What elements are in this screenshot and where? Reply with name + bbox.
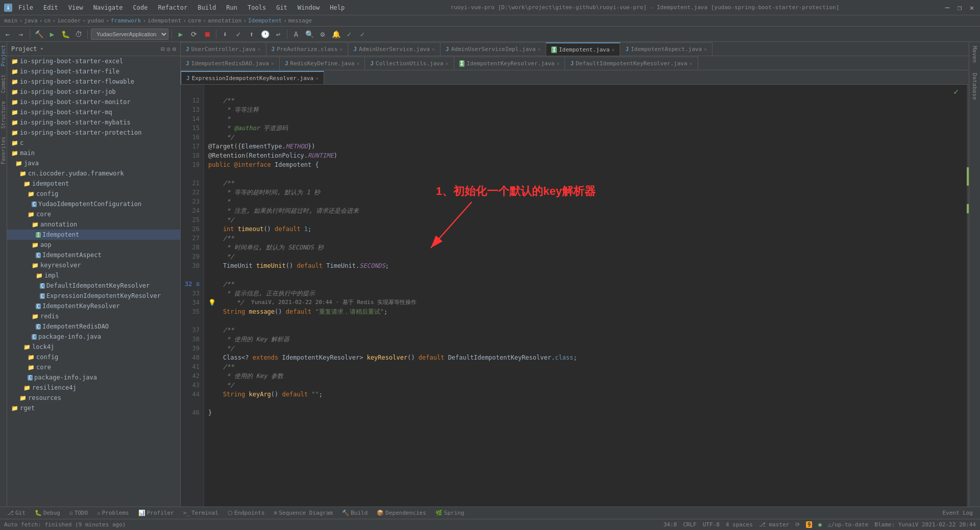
breadcrumb-yudao[interactable]: yudao	[87, 17, 104, 24]
tab-idempotentredisdao[interactable]: J IdempotentRedisDAO.java ✕	[181, 57, 280, 70]
tab-close-preauthorize[interactable]: ✕	[339, 46, 342, 52]
menu-tools[interactable]: Tools	[246, 3, 268, 12]
tab-close-idempotentaspect[interactable]: ✕	[704, 46, 707, 52]
toolbar-git-check2[interactable]: ✓	[357, 29, 368, 40]
tree-item-java[interactable]: 📁java	[7, 158, 180, 168]
tree-item-io-spring-boot-starter-mybatis[interactable]: 📁io-spring-boot-starter-mybatis	[7, 117, 180, 128]
toolbar-reload[interactable]: ⟳	[188, 29, 200, 40]
tree-item-impl[interactable]: 📁impl	[7, 270, 180, 281]
close-button[interactable]: ✕	[968, 4, 976, 12]
maximize-button[interactable]: ❐	[955, 4, 964, 12]
tree-item-idempotent[interactable]: 📁idempotent	[7, 179, 180, 189]
tab-expressionresolver[interactable]: J ExpressionIdempotentKeyResolver.java ✕	[181, 71, 324, 84]
breadcrumb-cn[interactable]: cn	[44, 17, 51, 24]
menu-build[interactable]: Build	[195, 3, 218, 12]
tab-idempotent[interactable]: I Idempotent.java ✕	[546, 42, 620, 56]
toolbar-settings[interactable]: ⚙	[317, 29, 328, 40]
status-linesep[interactable]: CRLF	[683, 521, 697, 528]
tab-defaultresolver[interactable]: J DefaultIdempotentKeyResolver.java ✕	[565, 57, 698, 70]
bottom-tab-spring[interactable]: 🌿 Spring	[431, 508, 469, 519]
tree-item-expressionidempotentkeyresolver[interactable]: CExpressionIdempotentKeyResolver	[7, 291, 180, 301]
toolbar-run2[interactable]: ▶	[175, 29, 186, 40]
tab-close-adminuserservice[interactable]: ✕	[432, 46, 435, 52]
breadcrumb-iocoder[interactable]: iocoder	[57, 17, 81, 24]
menu-navigate[interactable]: Navigate	[91, 3, 125, 12]
menu-git[interactable]: Git	[274, 3, 289, 12]
tab-close-defaultresolver[interactable]: ✕	[690, 61, 693, 66]
breadcrumb-idempotent-class[interactable]: Idempotent	[248, 17, 282, 24]
tab-rediskeydefine[interactable]: J RedisKeyDefine.java ✕	[280, 57, 365, 70]
tree-item-redis[interactable]: 📁redis	[7, 311, 180, 321]
tree-item-resilience4j[interactable]: 📁resilience4j	[7, 383, 180, 393]
breadcrumb-idempotent[interactable]: idempotent	[148, 17, 181, 24]
status-indent[interactable]: 4 spaces	[726, 521, 753, 528]
toolbar-debug[interactable]: 🐛	[60, 29, 71, 40]
tree-item-io-spring-boot-starter-excel[interactable]: 📁io-spring-boot-starter-excel	[7, 56, 180, 66]
panel-tab-project[interactable]: Project	[0, 43, 7, 68]
toolbar-git-push[interactable]: ⬆	[246, 29, 257, 40]
tab-close-collectionutils[interactable]: ✕	[446, 61, 449, 66]
tree-item-package-info.java[interactable]: Cpackage-info.java	[7, 372, 180, 383]
tree-item-resources[interactable]: 📁resources	[7, 393, 180, 403]
tree-item-io-spring-boot-starter-mq[interactable]: 📁io-spring-boot-starter-mq	[7, 107, 180, 117]
tab-close-expressionresolver[interactable]: ✕	[315, 75, 318, 81]
tree-item-c[interactable]: 📁c	[7, 138, 180, 148]
bottom-tab-todo[interactable]: ☑ TODO	[65, 508, 92, 519]
project-collapse-all[interactable]: ⊟	[161, 45, 164, 53]
status-sync[interactable]: ⟳	[795, 521, 800, 528]
tree-item-config[interactable]: 📁config	[7, 189, 180, 199]
tab-usercontroller[interactable]: J UserController.java ✕	[181, 42, 266, 56]
menu-file[interactable]: File	[16, 3, 35, 12]
bottom-tab-eventlog[interactable]: Event Log	[938, 508, 977, 519]
tree-item-io-spring-boot-starter-flowable[interactable]: 📁io-spring-boot-starter-flowable	[7, 77, 180, 87]
tab-close-rediskeydefine[interactable]: ✕	[356, 61, 359, 66]
tree-item-io-spring-boot-starter-file[interactable]: 📁io-spring-boot-starter-file	[7, 66, 180, 77]
tree-item-io-spring-boot-starter-protection[interactable]: 📁io-spring-boot-starter-protection	[7, 128, 180, 138]
tab-adminuserservice[interactable]: J AdminUserService.java ✕	[348, 42, 440, 56]
panel-tab-commit[interactable]: Commit	[0, 72, 7, 95]
tree-item-idempotentkeyresolver[interactable]: CIdempotentKeyResolver	[7, 301, 180, 311]
toolbar-stop[interactable]: ⏹	[202, 29, 213, 40]
panel-tab-database[interactable]: Database	[970, 70, 979, 103]
menu-edit[interactable]: Edit	[41, 3, 60, 12]
tab-close-idempotentresolver[interactable]: ✕	[556, 61, 559, 66]
breadcrumb-java[interactable]: java	[24, 17, 38, 24]
status-ok[interactable]: ●	[818, 521, 822, 528]
window-controls[interactable]: ─ ❐ ✕	[943, 4, 976, 12]
tab-idempotentaspect[interactable]: J IdempotentAspect.java ✕	[620, 42, 713, 56]
toolbar-translate[interactable]: A	[290, 29, 302, 40]
tab-close-adminuserserviceimpl[interactable]: ✕	[537, 46, 541, 52]
bottom-tab-debug[interactable]: 🐛 Debug	[31, 508, 64, 519]
breadcrumb-main[interactable]: main	[4, 17, 18, 24]
tree-item-idempotentaspect[interactable]: CIdempotentAspect	[7, 250, 180, 260]
status-encoding[interactable]: UTF-8	[703, 521, 720, 528]
tree-item-aop[interactable]: 📁aop	[7, 240, 180, 250]
toolbar-run[interactable]: ▶	[46, 29, 58, 40]
menu-run[interactable]: Run	[224, 3, 239, 12]
tree-item-keyresolver[interactable]: 📁keyresolver	[7, 260, 180, 270]
panel-tab-favorites[interactable]: Favorites	[0, 135, 7, 166]
tree-item-package-info.java[interactable]: Cpackage-info.java	[7, 332, 180, 342]
panel-tab-maven[interactable]: Maven	[970, 43, 979, 66]
tree-item-config[interactable]: 📁config	[7, 352, 180, 362]
toolbar-back[interactable]: ←	[2, 29, 13, 40]
tree-item-core[interactable]: 📁core	[7, 362, 180, 372]
bottom-tab-problems[interactable]: ⚠ Problems	[93, 508, 133, 519]
breadcrumb-core[interactable]: core	[188, 17, 202, 24]
toolbar-build[interactable]: 🔨	[33, 29, 44, 40]
code-editor[interactable]: 12 13 14 15 16 17 18 19 21 22 23 24 25 2…	[181, 85, 969, 507]
tab-close-idempotent[interactable]: ✕	[611, 47, 615, 53]
bottom-tab-build[interactable]: 🔨 Build	[338, 508, 372, 519]
code-content[interactable]: /** * 等等注释 * * @author 芋道源码 */ @Target({…	[204, 85, 967, 507]
toolbar-git-update[interactable]: ⬇	[219, 29, 231, 40]
menu-bar[interactable]: File Edit View Navigate Code Refactor Bu…	[16, 3, 347, 12]
tree-item-idempotent[interactable]: IIdempotent	[7, 230, 180, 240]
tree-item-annotation[interactable]: 📁annotation	[7, 219, 180, 230]
status-position[interactable]: 34:8	[664, 521, 677, 528]
breadcrumb-message[interactable]: message	[288, 17, 312, 24]
project-settings[interactable]: ⚙	[173, 45, 176, 53]
tab-close-usercontroller[interactable]: ✕	[257, 46, 260, 52]
status-blame[interactable]: Blame: YunaiV 2021-02-22 20:44	[874, 521, 976, 528]
bottom-tab-sequence[interactable]: ≡ Sequence Diagram	[270, 508, 337, 519]
menu-view[interactable]: View	[66, 3, 85, 12]
